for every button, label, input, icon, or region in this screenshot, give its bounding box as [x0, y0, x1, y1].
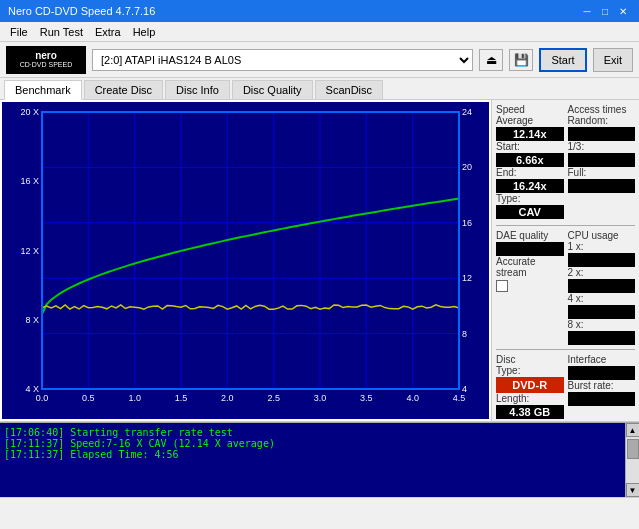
logo-text: nero CD·DVD SPEED: [20, 50, 73, 69]
log-line-3: [17:11:37] Elapsed Time: 4:56: [4, 449, 621, 460]
onethird-label: 1/3:: [568, 141, 636, 152]
tab-disc-quality[interactable]: Disc Quality: [232, 80, 313, 99]
speed-end-value: 16.24x: [496, 179, 564, 193]
tab-bar: Benchmark Create Disc Disc Info Disc Qua…: [0, 78, 639, 100]
save-icon-button[interactable]: 💾: [509, 49, 533, 71]
chart-area: [2, 102, 489, 419]
random-value: [568, 127, 636, 141]
cpu-dae-row: DAE quality Accuratestream CPU usage 1 x…: [496, 230, 635, 345]
dae-value: [496, 242, 564, 256]
tab-create-disc[interactable]: Create Disc: [84, 80, 163, 99]
menu-bar: File Run Test Extra Help: [0, 22, 639, 42]
access-col: Access times Random: 1/3: Full:: [568, 104, 636, 219]
speed-end-label: End:: [496, 167, 564, 178]
title-bar: Nero CD-DVD Speed 4.7.7.16 ─ □ ✕: [0, 0, 639, 22]
speed-type-value: CAV: [496, 205, 564, 219]
burst-rate-label: Burst rate:: [568, 380, 636, 391]
tab-scan-disc[interactable]: ScanDisc: [315, 80, 383, 99]
accurate-stream-label: Accuratestream: [496, 256, 564, 278]
log-line-2: [17:11:37] Speed:7-16 X CAV (12.14 X ave…: [4, 438, 621, 449]
right-panel: Speed Average 12.14x Start: 6.66x End: 1…: [491, 100, 639, 421]
toolbar: nero CD·DVD SPEED [2:0] ATAPI iHAS124 B …: [0, 42, 639, 78]
divider-2: [496, 349, 635, 350]
window-controls: ─ □ ✕: [579, 4, 631, 18]
length-label: Length:: [496, 393, 564, 404]
menu-help[interactable]: Help: [127, 25, 162, 39]
speed-col: Speed Average 12.14x Start: 6.66x End: 1…: [496, 104, 564, 219]
disc-type-label: DiscType:: [496, 354, 564, 376]
speed-access-header: Speed Average 12.14x Start: 6.66x End: 1…: [496, 104, 635, 219]
eject-icon-button[interactable]: ⏏: [479, 49, 503, 71]
main-content: Speed Average 12.14x Start: 6.66x End: 1…: [0, 100, 639, 422]
status-bar: [0, 497, 639, 515]
speed-start-value: 6.66x: [496, 153, 564, 167]
cpu-col: CPU usage 1 x: 2 x: 4 x: 8 x:: [568, 230, 636, 345]
start-button[interactable]: Start: [539, 48, 586, 72]
dae-col: DAE quality Accuratestream: [496, 230, 564, 345]
interface-value: [568, 366, 636, 380]
interface-col: Interface Burst rate:: [568, 354, 636, 419]
cpu-2x-value: [568, 279, 636, 293]
speed-average-value: 12.14x: [496, 127, 564, 141]
cpu-4x-label: 4 x:: [568, 293, 636, 304]
speed-section: Speed Average 12.14x Start: 6.66x End: 1…: [496, 104, 635, 219]
disc-type-value: DVD-R: [496, 377, 564, 393]
exit-button[interactable]: Exit: [593, 48, 633, 72]
scroll-up-button[interactable]: ▲: [626, 423, 640, 437]
tab-benchmark[interactable]: Benchmark: [4, 80, 82, 100]
interface-label: Interface: [568, 354, 636, 365]
speed-start-label: Start:: [496, 141, 564, 152]
cpu-8x-value: [568, 331, 636, 345]
log-scrollbar: ▲ ▼: [625, 423, 639, 497]
menu-extra[interactable]: Extra: [89, 25, 127, 39]
status-text: [4, 501, 7, 512]
onethird-value: [568, 153, 636, 167]
cpu-2x-label: 2 x:: [568, 267, 636, 278]
access-title: Access times: [568, 104, 636, 115]
scroll-down-button[interactable]: ▼: [626, 483, 640, 497]
drive-select[interactable]: [2:0] ATAPI iHAS124 B AL0S: [92, 49, 473, 71]
disc-interface-row: DiscType: DVD-R Length: 4.38 GB Interfac…: [496, 354, 635, 419]
accurate-stream-checkbox[interactable]: [496, 280, 508, 292]
speed-type-label: Type:: [496, 193, 564, 204]
length-value: 4.38 GB: [496, 405, 564, 419]
maximize-button[interactable]: □: [597, 4, 613, 18]
dae-title: DAE quality: [496, 230, 564, 241]
close-button[interactable]: ✕: [615, 4, 631, 18]
scroll-thumb[interactable]: [627, 439, 639, 459]
cpu-8x-label: 8 x:: [568, 319, 636, 330]
menu-file[interactable]: File: [4, 25, 34, 39]
burst-rate-value: [568, 392, 636, 406]
speed-title: Speed: [496, 104, 564, 115]
cpu-title: CPU usage: [568, 230, 636, 241]
cpu-1x-value: [568, 253, 636, 267]
divider-1: [496, 225, 635, 226]
cpu-4x-value: [568, 305, 636, 319]
full-label: Full:: [568, 167, 636, 178]
random-label: Random:: [568, 115, 636, 126]
benchmark-chart: [2, 102, 489, 419]
menu-run-test[interactable]: Run Test: [34, 25, 89, 39]
nero-logo: nero CD·DVD SPEED: [6, 46, 86, 74]
cpu-1x-label: 1 x:: [568, 241, 636, 252]
log-area: [17:06:40] Starting transfer rate test […: [0, 422, 639, 497]
log-content: [17:06:40] Starting transfer rate test […: [0, 423, 625, 497]
minimize-button[interactable]: ─: [579, 4, 595, 18]
full-value: [568, 179, 636, 193]
tab-disc-info[interactable]: Disc Info: [165, 80, 230, 99]
accurate-stream-checkbox-row: [496, 280, 564, 292]
speed-average-label: Average: [496, 115, 564, 126]
disc-type-col: DiscType: DVD-R Length: 4.38 GB: [496, 354, 564, 419]
log-line-1: [17:06:40] Starting transfer rate test: [4, 427, 621, 438]
app-title: Nero CD-DVD Speed 4.7.7.16: [8, 5, 155, 17]
